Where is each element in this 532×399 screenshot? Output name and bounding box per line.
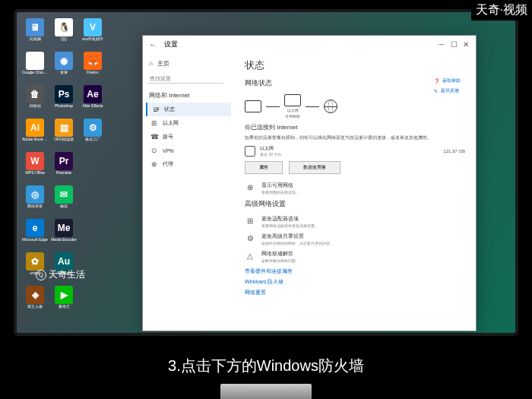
icon-label: 爱奇艺 bbox=[59, 305, 70, 309]
app-icon: ✉ bbox=[55, 185, 73, 204]
page-title: 状态 bbox=[245, 59, 465, 72]
desktop-icon[interactable]: ◉Google Chrome bbox=[21, 52, 49, 84]
app-icon: ◈ bbox=[26, 286, 44, 304]
minimize-button[interactable]: ─ bbox=[436, 39, 447, 49]
content-area: ❓获取帮助 ✎提供反馈 状态 网络状态 以太网 专用网络 bbox=[234, 52, 476, 331]
desktop-icon[interactable]: PrPremiere bbox=[50, 152, 78, 184]
setting-item[interactable]: ⊞更改适配器选项查看网络适配器并更改连接设置。 bbox=[245, 215, 465, 228]
sidebar: ⌂ 主页 网络和 Internet 🖳状态⊞以太网☎拨号⊙VPN⊕代理 bbox=[143, 52, 234, 331]
desktop-icon[interactable]: ▤OFD阅读器 bbox=[50, 119, 78, 150]
app-icon: ▶ bbox=[55, 286, 73, 304]
setting-item[interactable]: ⚙更改高级共享设置根据所连接到的网络，决定要共享的内容。 bbox=[245, 233, 465, 245]
app-icon: Ae bbox=[84, 85, 102, 103]
show-networks[interactable]: ⊕ 显示可用网络 查看周围的连接选项。 bbox=[245, 182, 465, 195]
globe-icon bbox=[324, 100, 337, 113]
pc-icon bbox=[245, 100, 261, 112]
icon-label: 此电脑 bbox=[30, 37, 41, 41]
icon-label: OFD阅读器 bbox=[54, 138, 74, 141]
setting-icon: ⊞ bbox=[245, 215, 255, 226]
nav-item[interactable]: ☎拨号 bbox=[146, 130, 231, 144]
search-input[interactable] bbox=[147, 74, 223, 84]
desktop-icon[interactable]: 🖥此电脑 bbox=[21, 18, 49, 50]
desktop-icon[interactable]: eMicrosoft Edge bbox=[21, 219, 49, 251]
nav-item[interactable]: ⊕代理 bbox=[146, 157, 231, 171]
desktop-icon[interactable]: 🗑回收站 bbox=[21, 85, 49, 117]
get-help-link[interactable]: ❓获取帮助 bbox=[434, 78, 461, 84]
nav-item[interactable]: ⊞以太网 bbox=[146, 116, 231, 130]
icon-label: 腾讯管家 bbox=[27, 204, 43, 208]
nav-icon: ⊞ bbox=[150, 119, 158, 127]
app-icon: 🗑 bbox=[26, 85, 44, 103]
icon-label: After Effects bbox=[82, 104, 103, 108]
feedback-link[interactable]: ✎提供反馈 bbox=[434, 87, 461, 94]
help-icon: ❓ bbox=[434, 78, 439, 84]
desktop-icon[interactable]: ◎腾讯管家 bbox=[21, 185, 49, 217]
close-button[interactable]: ✕ bbox=[461, 39, 471, 49]
app-icon: W bbox=[26, 152, 44, 170]
app-icon: Ps bbox=[55, 85, 73, 103]
desktop-icon[interactable]: MeMedia Encoder bbox=[50, 219, 78, 251]
app-icon: 🦊 bbox=[84, 52, 102, 70]
icon-label: 第五人格 bbox=[27, 305, 43, 309]
nav-icon: ⊕ bbox=[150, 160, 158, 168]
nav-icon: ☎ bbox=[150, 133, 158, 141]
settings-link[interactable]: Windows 防火墙 bbox=[245, 278, 465, 286]
data-usage-button[interactable]: 数据使用量 bbox=[289, 161, 340, 174]
maximize-button[interactable]: ☐ bbox=[448, 39, 459, 49]
app-icon: ▤ bbox=[55, 119, 73, 137]
home-icon: ⌂ bbox=[149, 60, 153, 67]
app-icon: Pr bbox=[55, 152, 73, 170]
wifi-icon: ⊕ bbox=[245, 182, 255, 192]
desktop-icon[interactable]: 🦊Firefox bbox=[79, 52, 106, 84]
properties-button[interactable]: 属性 bbox=[245, 161, 283, 174]
app-icon: Ai bbox=[26, 119, 44, 137]
usage-row: 以太网 最近 30 天内 121.37 GB bbox=[245, 145, 465, 157]
icon-label: 录屏 bbox=[60, 71, 68, 74]
home-button[interactable]: ⌂ 主页 bbox=[146, 57, 231, 70]
screen: 🖥此电脑◉Google Chrome🗑回收站AiAdobe Illustrato… bbox=[17, 12, 515, 333]
app-icon: V bbox=[84, 18, 102, 36]
desktop-icon[interactable]: ⚙格式工厂 bbox=[79, 119, 106, 150]
desktop-icon[interactable]: WWPS Office bbox=[21, 152, 49, 184]
caption-text: 3.点击下方的Windows防火墙 bbox=[168, 356, 364, 376]
setting-item[interactable]: △网络疑难解答诊断并解决网络问题。 bbox=[245, 250, 465, 263]
icon-label: Google Chrome bbox=[22, 71, 48, 74]
network-diagram: 以太网 专用网络 bbox=[245, 94, 465, 119]
watermark-top-right: 天奇·视频 bbox=[471, 0, 532, 21]
desktop-icon[interactable]: AiAdobe Illustrator bbox=[21, 119, 49, 150]
section-advanced: 高级网络设置 bbox=[245, 199, 465, 209]
desktop-icon[interactable]: 🐧QQ bbox=[50, 18, 78, 50]
app-icon: ◉ bbox=[26, 52, 44, 70]
desktop-icon[interactable]: Vvivo手机助手 bbox=[79, 18, 106, 50]
desktop-icon[interactable]: ✉微信 bbox=[50, 185, 78, 217]
desktop-icon[interactable]: PsPhotoshop bbox=[50, 85, 78, 117]
desktop-icon[interactable]: ◈第五人格 bbox=[21, 286, 49, 318]
nav-item[interactable]: ⊙VPN bbox=[146, 144, 231, 157]
setting-icon: ⚙ bbox=[245, 233, 255, 243]
back-button[interactable]: ← bbox=[147, 39, 158, 49]
settings-window: ← 设置 ─ ☐ ✕ ⌂ 主页 网络和 Internet 🖳状态 bbox=[142, 35, 477, 331]
desktop-icon[interactable]: AeAfter Effects bbox=[79, 85, 106, 117]
logo-icon: Q bbox=[36, 270, 46, 280]
ethernet-icon bbox=[245, 146, 255, 157]
settings-link[interactable]: 网络重置 bbox=[245, 289, 465, 296]
icon-label: Photoshop bbox=[55, 104, 73, 108]
nav-icon: ⊙ bbox=[150, 147, 158, 154]
icon-label: Adobe Illustrator bbox=[22, 138, 48, 141]
monitor-stand bbox=[220, 384, 312, 399]
icon-label: vivo手机助手 bbox=[82, 37, 104, 41]
nav-item[interactable]: 🖳状态 bbox=[146, 103, 231, 116]
connected-desc: 如果你的流量套餐有限制，则你可以将此网络设置为按流量计费的连接，或者更改其他属性… bbox=[245, 135, 465, 141]
app-icon: ◉ bbox=[55, 52, 73, 70]
icon-label: QQ bbox=[61, 37, 67, 41]
icon-label: 回收站 bbox=[30, 104, 41, 108]
app-icon: 🐧 bbox=[55, 18, 73, 36]
icon-label: WPS Office bbox=[25, 171, 45, 175]
icon-label: Microsoft Edge bbox=[22, 238, 47, 242]
desktop-icon[interactable]: ▶爱奇艺 bbox=[50, 286, 78, 318]
desktop-icon[interactable]: ◉录屏 bbox=[50, 52, 78, 84]
icon-label: 微信 bbox=[60, 204, 68, 208]
app-icon: ◎ bbox=[26, 185, 44, 204]
settings-link[interactable]: 查看硬件和连接属性 bbox=[245, 268, 465, 275]
titlebar: ← 设置 ─ ☐ ✕ bbox=[143, 36, 476, 52]
